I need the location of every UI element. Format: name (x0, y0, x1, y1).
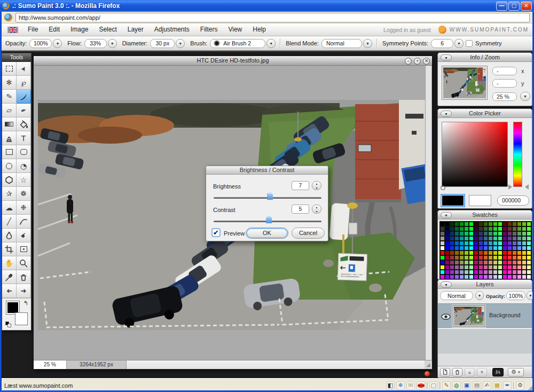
swatch-cell[interactable] (512, 231, 517, 236)
swatch-cell[interactable] (502, 226, 507, 231)
swatch-cell[interactable] (498, 265, 502, 270)
hex-color-field[interactable]: 000000 (497, 195, 529, 206)
swatch-cell[interactable] (464, 241, 469, 246)
swatch-cell[interactable] (502, 270, 507, 275)
swatch-cell[interactable] (440, 231, 445, 236)
swatch-cell[interactable] (454, 246, 459, 250)
swatch-cell[interactable] (483, 226, 488, 231)
swatch-cell[interactable] (498, 222, 502, 226)
menu-item-help[interactable]: Help (247, 26, 271, 33)
swatch-cell[interactable] (450, 275, 454, 279)
swatch-cell[interactable] (459, 246, 464, 250)
swatch-cell[interactable] (522, 226, 527, 231)
swatch-cell[interactable] (488, 265, 493, 270)
brush-field[interactable]: Air Brush 2 (210, 39, 265, 48)
tool-paint-bucket[interactable] (17, 117, 31, 131)
layer-thumbnail[interactable] (453, 305, 485, 327)
calendar-icon[interactable]: ▦ (493, 381, 501, 390)
layer-blend-mode[interactable]: Normal (440, 291, 473, 300)
swatch-cell[interactable] (527, 241, 531, 246)
swatch-cell[interactable] (474, 255, 478, 260)
pencil-icon[interactable]: ✎ (442, 381, 451, 390)
swatch-cell[interactable] (440, 222, 445, 226)
canvas-vertical-scrollbar[interactable] (425, 66, 431, 363)
swatch-cell[interactable] (464, 260, 469, 265)
swatch-cell[interactable] (527, 222, 531, 226)
swatch-cell[interactable] (478, 222, 483, 226)
swatch-cell[interactable] (445, 236, 450, 241)
swatch-cell[interactable] (498, 231, 502, 236)
swatch-cell[interactable] (483, 241, 488, 246)
swatch-cell[interactable] (469, 241, 474, 246)
swatch-cell[interactable] (517, 250, 522, 255)
symmetry-checkbox[interactable] (466, 40, 473, 47)
contrast-spinner[interactable]: ▲▼ (312, 205, 321, 214)
swatch-cell[interactable] (459, 226, 464, 231)
swatch-cell[interactable] (450, 270, 454, 275)
tool-ink-pen[interactable]: ✒ (17, 104, 31, 117)
background-color-well[interactable] (15, 312, 28, 325)
swatch-cell[interactable] (517, 236, 522, 241)
doc-close-icon[interactable]: ✕ (423, 58, 430, 65)
pen-icon[interactable]: ✒ (503, 381, 512, 390)
tool-gear-shape[interactable]: ❁ (17, 187, 31, 201)
layer-row[interactable]: Background (438, 303, 532, 328)
swatch-cell[interactable] (464, 275, 469, 279)
swatch-cell[interactable] (522, 260, 527, 265)
swatch-cell[interactable] (464, 255, 469, 260)
swatch-cell[interactable] (459, 255, 464, 260)
swatch-cell[interactable] (459, 241, 464, 246)
save-icon[interactable]: ▣ (462, 381, 471, 390)
swatch-cell[interactable] (517, 275, 522, 279)
swatch-cell[interactable] (440, 236, 445, 241)
swatch-cell[interactable] (469, 270, 474, 275)
swatch-cell[interactable] (507, 265, 512, 270)
swatch-cell[interactable] (507, 255, 512, 260)
tool-lasso[interactable]: ℘ (17, 76, 31, 90)
swatch-cell[interactable] (440, 270, 445, 275)
collapse-icon[interactable]: ▼ (441, 281, 452, 288)
layer-opacity-field[interactable]: 100% (506, 291, 525, 300)
swatch-cell[interactable] (478, 236, 483, 241)
swatch-cell[interactable] (469, 255, 474, 260)
swatch-cell[interactable] (512, 250, 517, 255)
tool-curve[interactable] (17, 215, 31, 229)
tool-move[interactable]: ➤ (17, 62, 31, 76)
swatch-cell[interactable] (440, 260, 445, 265)
collapse-icon[interactable]: ▼ (441, 111, 452, 117)
tool-blur-drop[interactable] (2, 229, 17, 242)
swatch-cell[interactable] (502, 222, 507, 226)
symmetry-points-dropdown[interactable]: ▼ (454, 39, 464, 48)
swatch-cell[interactable] (522, 270, 527, 275)
swatch-cell[interactable] (512, 275, 517, 279)
swatch-cell[interactable] (498, 255, 502, 260)
tool-crop[interactable] (2, 242, 17, 256)
swatch-cell[interactable] (445, 270, 450, 275)
swatch-cell[interactable] (488, 231, 493, 236)
swatch-cell[interactable] (440, 241, 445, 246)
flow-dropdown[interactable]: ▼ (108, 39, 117, 48)
swatch-cell[interactable] (517, 226, 522, 231)
tool-scatter-brush[interactable]: ❉ (17, 201, 31, 215)
swatch-cell[interactable] (459, 260, 464, 265)
cancel-button[interactable]: Cancel (292, 228, 325, 239)
layer-visibility-eye-icon[interactable] (441, 313, 451, 320)
swatch-cell[interactable] (507, 270, 512, 275)
swatch-cell[interactable] (502, 236, 507, 241)
swatch-cell[interactable] (440, 246, 445, 250)
brand-link[interactable]: WWW.SUMOPAINT.COM (450, 27, 529, 33)
swatch-cell[interactable] (483, 270, 488, 275)
swatch-cell[interactable] (507, 241, 512, 246)
swatch-cell[interactable] (522, 241, 527, 246)
swatch-cell[interactable] (450, 255, 454, 260)
swatch-cell[interactable] (517, 270, 522, 275)
symmetry-points-field[interactable]: 6 (431, 39, 453, 48)
tool-marquee-select[interactable] (2, 62, 17, 76)
swatch-cell[interactable] (469, 226, 474, 231)
swatch-cell[interactable] (440, 265, 445, 270)
color-cursor[interactable] (441, 185, 445, 190)
opacity-field[interactable]: 100% (29, 39, 52, 48)
swatch-cell[interactable] (483, 231, 488, 236)
tool-redo[interactable]: ➜ (17, 284, 31, 298)
swatch-cell[interactable] (498, 241, 502, 246)
